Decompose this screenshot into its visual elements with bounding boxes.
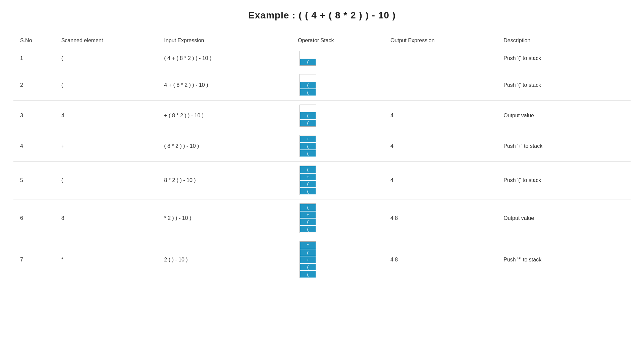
header-output: Output Expression [384,34,497,47]
table-row: 5(8 * 2 ) ) - 10 )((+(4Push '(' to stack [13,162,631,199]
cell-description: Push '(' to stack [497,47,631,70]
table-row: 68* 2 ) ) - 10 )((+(4 8Output value [13,199,631,237]
cell-scanned: ( [55,70,158,101]
cell-stack: ( [291,47,384,70]
cell-scanned: + [55,131,158,162]
stack-visual: ((+(* [298,241,318,278]
cell-output: 4 [384,131,497,162]
header-sno: S.No [13,34,55,47]
cell-input: + ( 8 * 2 ) ) - 10 ) [157,101,291,131]
cell-scanned: 4 [55,101,158,131]
table-row: 2(4 + ( 8 * 2 ) ) - 10 )((Push '(' to st… [13,70,631,101]
cell-description: Push '+' to stack [497,131,631,162]
cell-scanned: 8 [55,199,158,237]
cell-output: 4 8 [384,199,497,237]
table-row: 7*2 ) ) - 10 )((+(*4 8Push '*' to stack [13,237,631,283]
cell-input: ( 4 + ( 8 * 2 ) ) - 10 ) [157,47,291,70]
cell-stack: ((+( [291,162,384,199]
cell-scanned: ( [55,162,158,199]
cell-output [384,47,497,70]
header-input: Input Expression [157,34,291,47]
cell-output: 4 [384,101,497,131]
cell-description: Output value [497,101,631,131]
stack-visual: ( [298,51,318,66]
cell-input: 4 + ( 8 * 2 ) ) - 10 ) [157,70,291,101]
cell-sno: 4 [13,131,55,162]
cell-description: Push '(' to stack [497,162,631,199]
cell-stack: ((+( [291,199,384,237]
cell-output [384,70,497,101]
cell-description: Push '(' to stack [497,70,631,101]
stack-visual: ((+( [298,203,318,233]
stack-visual: (( [298,74,318,96]
page-title: Example : ( ( 4 + ( 8 * 2 ) ) - 10 ) [13,10,631,21]
cell-scanned: * [55,237,158,283]
cell-sno: 5 [13,162,55,199]
cell-sno: 6 [13,199,55,237]
cell-stack: ((+ [291,131,384,162]
stack-visual: ((+ [298,135,318,157]
cell-sno: 2 [13,70,55,101]
cell-input: * 2 ) ) - 10 ) [157,199,291,237]
table-row: 34+ ( 8 * 2 ) ) - 10 )((4Output value [13,101,631,131]
cell-stack: ((+(* [291,237,384,283]
cell-scanned: ( [55,47,158,70]
main-table: S.No Scanned element Input Expression Op… [13,34,631,282]
cell-input: 2 ) ) - 10 ) [157,237,291,283]
cell-sno: 7 [13,237,55,283]
cell-description: Push '*' to stack [497,237,631,283]
stack-visual: (( [298,105,318,127]
header-stack: Operator Stack [291,34,384,47]
cell-sno: 3 [13,101,55,131]
table-header-row: S.No Scanned element Input Expression Op… [13,34,631,47]
cell-output: 4 [384,162,497,199]
cell-description: Output value [497,199,631,237]
cell-stack: (( [291,70,384,101]
table-row: 1(( 4 + ( 8 * 2 ) ) - 10 )(Push '(' to s… [13,47,631,70]
cell-sno: 1 [13,47,55,70]
stack-visual: ((+( [298,166,318,195]
cell-output: 4 8 [384,237,497,283]
cell-input: 8 * 2 ) ) - 10 ) [157,162,291,199]
header-desc: Description [497,34,631,47]
cell-input: ( 8 * 2 ) ) - 10 ) [157,131,291,162]
table-row: 4+( 8 * 2 ) ) - 10 )((+4Push '+' to stac… [13,131,631,162]
cell-stack: (( [291,101,384,131]
header-scanned: Scanned element [55,34,158,47]
